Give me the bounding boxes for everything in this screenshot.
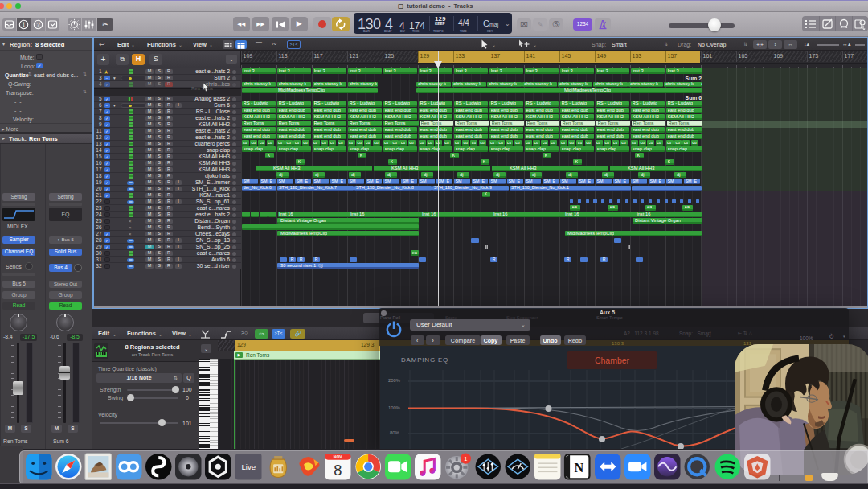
svg-text:8: 8 bbox=[334, 462, 342, 479]
svg-text:1: 1 bbox=[464, 454, 467, 462]
svg-text:i: i bbox=[23, 21, 25, 28]
svg-text:Live: Live bbox=[241, 462, 256, 471]
svg-text:?: ? bbox=[36, 21, 39, 28]
svg-text:NOV: NOV bbox=[334, 454, 343, 459]
svg-text:N: N bbox=[575, 461, 584, 475]
